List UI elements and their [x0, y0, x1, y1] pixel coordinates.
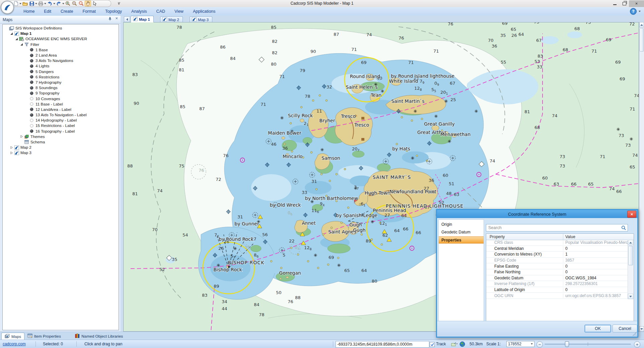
- cancel-button[interactable]: Cancel: [613, 325, 637, 333]
- menu-tab-view[interactable]: View: [170, 8, 188, 15]
- tree-item-themes[interactable]: Themes: [3, 134, 119, 139]
- property-row[interactable]: False Easting0: [486, 263, 634, 269]
- resize-grip[interactable]: [633, 332, 637, 336]
- tree-item-10-coverages[interactable]: 10 Coverages: [3, 96, 119, 101]
- tree-item-filter[interactable]: Filter: [3, 42, 119, 47]
- restore-button[interactable]: [620, 0, 629, 7]
- tree-item-11-base-label[interactable]: 11 Base - Label: [3, 101, 119, 107]
- help-dropdown-icon[interactable]: [639, 11, 641, 12]
- tree-item-12-landarea-label[interactable]: 12 LandArea - Label: [3, 107, 119, 112]
- bottom-tab-item-properties[interactable]: Item Properties: [24, 333, 64, 340]
- menu-tab-cad[interactable]: CAD: [152, 8, 170, 15]
- map-vertical-scrollbar[interactable]: [639, 22, 644, 332]
- property-row[interactable]: Geodetic DatumOGC.WGS_1984: [486, 275, 634, 281]
- tab-scroll-left-button[interactable]: [124, 16, 130, 22]
- map-tab-map-3[interactable]: Map 3: [190, 16, 212, 22]
- panel-close-icon[interactable]: ×: [115, 17, 118, 21]
- collapse-icon[interactable]: [10, 32, 13, 36]
- property-row[interactable]: CRS classPopular Visualisation Pseudo-Me…: [486, 240, 634, 246]
- ok-button[interactable]: OK: [584, 325, 611, 333]
- expand-icon[interactable]: [20, 135, 23, 138]
- tree-item-label: 9 Topography: [35, 91, 59, 95]
- map-tab-map-1[interactable]: Map 1: [131, 16, 154, 22]
- coordinate-input[interactable]: [336, 341, 429, 348]
- property-row[interactable]: OGC URNurn:ogc:def:crs:EPSG:8.5:3857: [486, 293, 634, 299]
- help-icon[interactable]: ?: [630, 8, 637, 15]
- dialog-nav-origin[interactable]: Origin: [439, 221, 484, 227]
- pin-icon[interactable]: [108, 17, 112, 21]
- tree-item-16-topography-label[interactable]: 16 Topography - Label: [3, 129, 119, 134]
- property-value[interactable]: OGC.WGS_1984: [563, 276, 634, 280]
- depth-sounding: 88: [127, 163, 133, 168]
- property-row[interactable]: Inverse Flattening (1/f)298.25722356301: [486, 281, 634, 287]
- tree-item-map-1[interactable]: Map 1: [3, 31, 119, 36]
- tree-item-9-topography[interactable]: 9 Topography: [3, 90, 119, 96]
- search-icon[interactable]: [621, 225, 626, 231]
- map-tab-map-2[interactable]: Map 2: [160, 16, 183, 22]
- tree-item-3-aids-to-navigations[interactable]: 3 Aids To Navigations: [3, 58, 119, 63]
- tree-item-1-base[interactable]: 1 Base: [3, 47, 119, 53]
- minimize-button[interactable]: [610, 0, 620, 7]
- grid-scroll-down-icon[interactable]: [628, 294, 633, 299]
- menu-tab-edit[interactable]: Edit: [39, 8, 56, 15]
- collapse-icon[interactable]: [15, 37, 18, 41]
- tree-item-oceanwise-enc-wms-server[interactable]: OCEANWISE ENC WMS SERVER: [3, 36, 119, 42]
- zoom-in-button[interactable]: +: [634, 341, 640, 348]
- tree-item-13-aids-to-navigation-label[interactable]: 13 Aids To Navigation - Label: [3, 112, 119, 118]
- scale-combobox[interactable]: 178552: [506, 341, 534, 347]
- bottom-tab-maps[interactable]: Maps: [1, 333, 24, 340]
- tree-item-2-land-area[interactable]: 2 Land Area: [3, 53, 119, 58]
- coordinate-readout-icon[interactable]: [451, 341, 458, 348]
- collapse-icon[interactable]: [20, 43, 23, 46]
- tree-item-14-hydrography-label[interactable]: 14 Hydrography - Label: [3, 118, 119, 123]
- tree-item-map-2[interactable]: Map 2: [3, 145, 119, 150]
- menu-tab-applications[interactable]: Applications: [188, 8, 220, 15]
- menu-tab-create[interactable]: Create: [56, 8, 78, 15]
- tree-item-15-restrictions-label[interactable]: 15 Restrictions - Label: [3, 123, 119, 128]
- menu-tab-topology[interactable]: Topology: [100, 8, 127, 15]
- scroll-up-icon[interactable]: [639, 22, 644, 27]
- property-value[interactable]: 0: [563, 264, 634, 269]
- expand-icon[interactable]: [10, 151, 13, 155]
- grid-scroll-up-icon[interactable]: [628, 240, 633, 245]
- property-row[interactable]: Latitude of Origin0: [486, 287, 634, 293]
- close-button[interactable]: ×: [629, 0, 644, 7]
- property-value[interactable]: 0: [563, 246, 634, 251]
- track-checkbox[interactable]: [430, 342, 435, 347]
- tree-item-5-dangers[interactable]: 5 Dangers: [3, 69, 119, 74]
- panel-splitter[interactable]: [121, 16, 123, 332]
- expand-icon[interactable]: [10, 146, 13, 149]
- application-menu-button[interactable]: [1, 1, 14, 14]
- tree-item-schema[interactable]: Schema: [3, 139, 119, 145]
- dialog-close-button[interactable]: ×: [627, 211, 636, 218]
- grid-scrollbar[interactable]: [628, 240, 633, 299]
- property-value[interactable]: 0: [563, 270, 634, 274]
- search-input[interactable]: [486, 224, 628, 231]
- zoom-out-button[interactable]: −: [536, 341, 543, 348]
- menu-tab-home[interactable]: Home: [19, 8, 39, 15]
- menu-tab-analysis[interactable]: Analysis: [127, 8, 152, 15]
- tree-item-map-3[interactable]: Map 3: [3, 150, 119, 155]
- column-header-property[interactable]: Property: [486, 234, 563, 240]
- dialog-nav-properties[interactable]: Properties: [439, 236, 484, 243]
- property-value[interactable]: 0: [563, 287, 634, 292]
- column-header-value[interactable]: Value: [563, 234, 634, 240]
- dialog-nav-geodetic-datum[interactable]: Geodetic Datum: [439, 229, 484, 235]
- cadcorp-link[interactable]: cadcorp.com: [3, 342, 26, 346]
- globe-icon[interactable]: [459, 341, 465, 348]
- scroll-down-icon[interactable]: [639, 326, 644, 332]
- property-row[interactable]: False Northing0: [486, 269, 634, 275]
- tree-item-7-hydrography[interactable]: 7 Hydrography: [3, 80, 119, 85]
- property-row[interactable]: Conversion to Metres (XY)1: [486, 252, 634, 258]
- menu-tab-format[interactable]: Format: [78, 8, 100, 15]
- tree-item-6-restrictions[interactable]: 6 Restrictions: [3, 74, 119, 80]
- tree-item-4-lights[interactable]: 4 Lights: [3, 63, 119, 69]
- property-row[interactable]: Central Meridian0: [486, 246, 634, 252]
- zoom-slider-thumb[interactable]: [565, 341, 569, 347]
- tree-item-sis-workspace-definitions[interactable]: SIS Workspace Definitions: [3, 25, 119, 31]
- bottom-tab-named-object-libraries[interactable]: Named Object Libraries: [72, 333, 126, 340]
- tree-item-8-soundings[interactable]: 8 Soundings: [3, 85, 119, 90]
- property-row[interactable]: EPSG Code3857: [486, 258, 634, 264]
- expander-spacer: [25, 91, 28, 95]
- property-value[interactable]: 1: [563, 252, 634, 257]
